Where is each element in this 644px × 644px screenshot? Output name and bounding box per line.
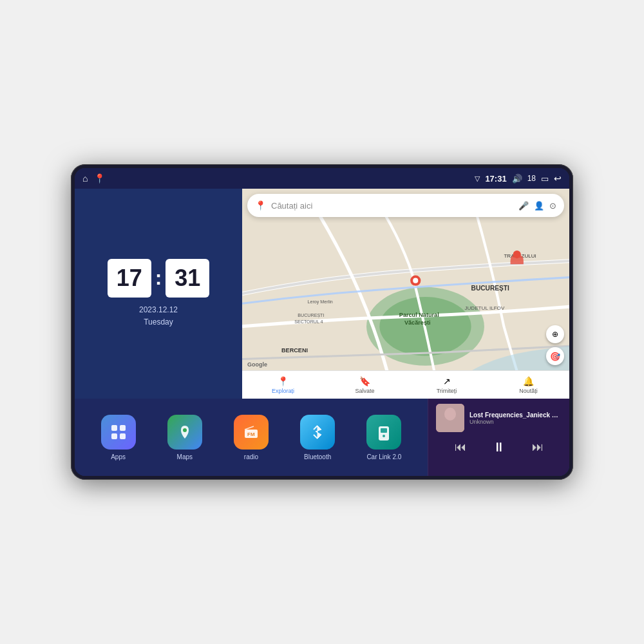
battery-level: 18 — [527, 174, 536, 183]
send-icon: ↗ — [443, 376, 451, 386]
map-nav-news[interactable]: 🔔 Noutăți — [488, 376, 569, 394]
svg-rect-18 — [120, 433, 126, 439]
status-left-icons: ⌂ 📍 — [82, 173, 105, 184]
svg-text:Văcărești: Văcărești — [404, 319, 431, 326]
svg-rect-29 — [441, 421, 459, 432]
svg-point-19 — [183, 428, 187, 432]
apps-icon — [101, 415, 136, 450]
radio-label: radio — [244, 453, 258, 460]
home-icon[interactable]: ⌂ — [82, 173, 88, 184]
news-icon: 🔔 — [523, 376, 534, 386]
back-icon[interactable]: ↩ — [554, 173, 562, 184]
maps-svg — [176, 423, 194, 441]
music-widget: Lost Frequencies_Janieck Devy-... Unknow… — [428, 399, 569, 476]
album-art-svg — [436, 404, 464, 432]
app-item-maps[interactable]: Maps — [167, 415, 202, 460]
map-search-icons: 🎤 👤 ⊙ — [518, 201, 556, 211]
album-art — [436, 404, 464, 432]
clock-colon: : — [155, 266, 162, 290]
svg-point-27 — [444, 408, 456, 421]
svg-text:BUCUREȘTI: BUCUREȘTI — [298, 313, 324, 318]
signal-icon: ▽ — [475, 175, 480, 183]
play-pause-button[interactable]: ⏸ — [490, 437, 508, 457]
app-item-carlink[interactable]: Car Link 2.0 — [366, 415, 401, 460]
explore-label: Explorați — [272, 388, 294, 394]
next-button[interactable]: ⏭ — [529, 438, 546, 457]
svg-rect-16 — [120, 425, 126, 431]
location-button[interactable]: 🎯 — [546, 347, 564, 365]
saved-icon: 🔖 — [359, 376, 370, 386]
clock-date: 2023.12.12 Tuesday — [139, 304, 178, 328]
maps-label: Maps — [177, 453, 193, 460]
svg-text:BERCENI: BERCENI — [281, 347, 308, 354]
svg-rect-17 — [111, 433, 117, 439]
clock-widget: 17 : 31 2023.12.12 Tuesday — [75, 189, 242, 399]
app-item-radio[interactable]: FM radio — [234, 415, 269, 460]
news-label: Noutăți — [519, 388, 538, 394]
svg-point-14 — [513, 251, 521, 258]
map-widget[interactable]: Parcul Natural Văcărești BUCUREȘTI JUDEȚ… — [242, 189, 569, 399]
volume-icon: 🔊 — [512, 174, 522, 184]
layers-icon[interactable]: ⊙ — [549, 201, 556, 211]
apps-section: Apps Maps — [75, 399, 428, 476]
svg-rect-15 — [111, 425, 117, 431]
clock-hour: 17 — [117, 265, 142, 292]
svg-text:Parcul Natural: Parcul Natural — [399, 312, 439, 318]
prev-button[interactable]: ⏮ — [452, 438, 469, 457]
clock-minute: 31 — [175, 265, 200, 292]
map-nav-send[interactable]: ↗ Trimiteți — [406, 376, 488, 394]
svg-text:JUDEȚUL ILFOV: JUDEȚUL ILFOV — [464, 305, 504, 311]
map-nav-explore[interactable]: 📍 Explorați — [242, 376, 324, 394]
map-nav-bar: 📍 Explorați 🔖 Salvate ↗ Trimiteți 🔔 — [242, 370, 569, 399]
compass-button[interactable]: ⊕ — [546, 325, 564, 343]
send-label: Trimiteți — [437, 388, 457, 394]
svg-rect-24 — [381, 428, 387, 433]
device-screen: ⌂ 📍 ▽ 17:31 🔊 18 ▭ ↩ 17 — [75, 168, 569, 476]
map-search-text[interactable]: Căutați aici — [271, 201, 513, 211]
map-svg: Parcul Natural Văcărești BUCUREȘTI JUDEȚ… — [242, 189, 569, 399]
apps-label: Apps — [111, 453, 126, 460]
svg-point-4 — [413, 278, 418, 283]
status-time: 17:31 — [485, 174, 506, 184]
bluetooth-icon-wrapper — [300, 415, 335, 450]
clock-date-value: 2023.12.12 — [139, 304, 178, 316]
app-item-bluetooth[interactable]: Bluetooth — [300, 415, 335, 460]
app-item-apps[interactable]: Apps — [101, 415, 136, 460]
map-search-bar[interactable]: 📍 Căutați aici 🎤 👤 ⊙ — [247, 194, 564, 217]
clock-hour-block: 17 — [108, 259, 151, 298]
clock-minute-block: 31 — [166, 259, 209, 298]
status-bar: ⌂ 📍 ▽ 17:31 🔊 18 ▭ ↩ — [75, 168, 569, 189]
clock-display: 17 : 31 — [108, 259, 210, 298]
bluetooth-label: Bluetooth — [304, 453, 331, 460]
music-controls: ⏮ ⏸ ⏭ — [436, 436, 562, 459]
battery-icon: ▭ — [541, 174, 549, 184]
location-icon[interactable]: 📍 — [94, 173, 105, 184]
map-pin-icon: 📍 — [255, 200, 266, 211]
account-icon[interactable]: 👤 — [534, 201, 544, 211]
svg-text:BUCUREȘTI: BUCUREȘTI — [471, 285, 509, 292]
music-artist: Unknown — [469, 419, 562, 425]
carlink-label: Car Link 2.0 — [366, 453, 401, 460]
status-right-icons: ▽ 17:31 🔊 18 ▭ ↩ — [475, 173, 562, 184]
bottom-section: Apps Maps — [75, 399, 569, 476]
svg-point-25 — [383, 435, 385, 437]
carlink-svg — [375, 423, 393, 441]
svg-text:SECTORUL 4: SECTORUL 4 — [294, 319, 323, 325]
google-watermark: Google — [247, 361, 267, 368]
saved-label: Salvate — [355, 388, 374, 394]
music-title: Lost Frequencies_Janieck Devy-... — [469, 412, 562, 419]
mic-icon[interactable]: 🎤 — [518, 201, 529, 211]
svg-text:Leroy Merlin: Leroy Merlin — [308, 299, 333, 305]
svg-text:FM: FM — [247, 431, 255, 437]
apps-svg — [109, 423, 128, 441]
explore-icon: 📍 — [278, 376, 289, 386]
svg-line-22 — [245, 426, 254, 430]
maps-icon-wrapper — [167, 415, 202, 450]
map-nav-saved[interactable]: 🔖 Salvate — [324, 376, 406, 394]
carlink-icon-wrapper — [366, 415, 401, 450]
radio-svg: FM — [242, 423, 260, 441]
top-section: 17 : 31 2023.12.12 Tuesday — [75, 189, 569, 399]
radio-icon-wrapper: FM — [234, 415, 269, 450]
clock-day-value: Tuesday — [139, 316, 178, 328]
main-content: 17 : 31 2023.12.12 Tuesday — [75, 189, 569, 476]
